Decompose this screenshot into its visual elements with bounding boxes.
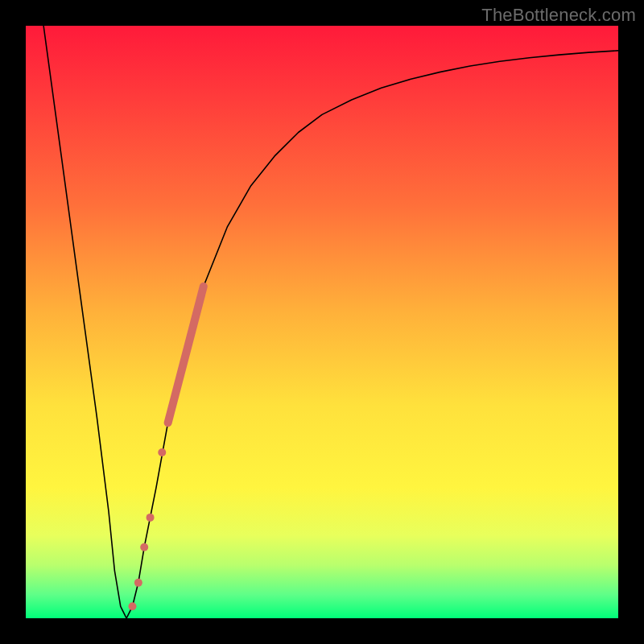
highlight-dot bbox=[134, 579, 142, 587]
bottleneck-curve bbox=[43, 26, 618, 618]
plot-area bbox=[26, 26, 618, 618]
chart-frame: TheBottleneck.com bbox=[0, 0, 644, 644]
chart-svg bbox=[26, 26, 618, 618]
highlight-dot bbox=[147, 514, 155, 522]
highlight-segment bbox=[168, 287, 204, 423]
highlight-dot bbox=[158, 448, 166, 456]
highlight-dot bbox=[140, 543, 148, 551]
watermark-text: TheBottleneck.com bbox=[481, 5, 636, 26]
highlight-dot bbox=[128, 602, 136, 610]
